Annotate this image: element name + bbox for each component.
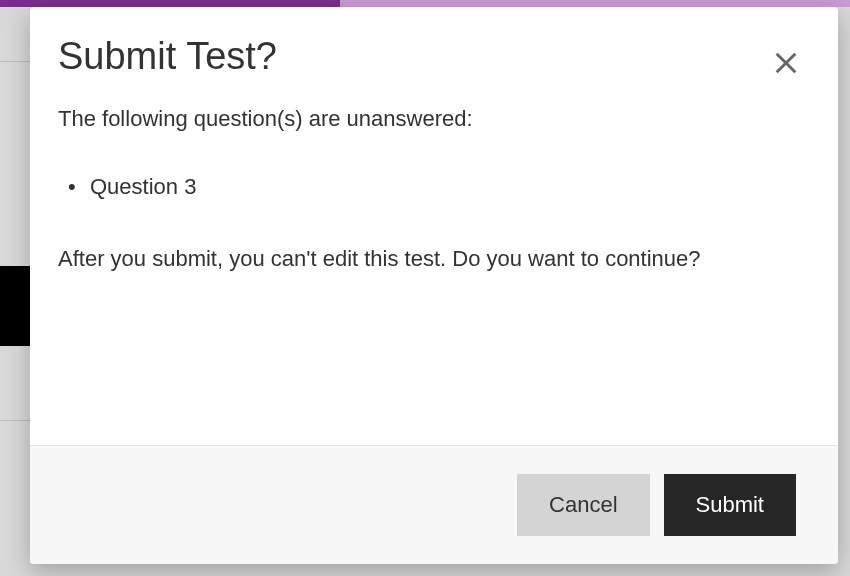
modal-body: Submit Test? The following question(s) a… — [30, 7, 838, 445]
submit-button[interactable]: Submit — [664, 474, 796, 536]
list-item: Question 3 — [72, 174, 810, 200]
cancel-button[interactable]: Cancel — [517, 474, 649, 536]
submit-test-modal: Submit Test? The following question(s) a… — [30, 7, 838, 564]
background-divider — [0, 420, 30, 421]
sidebar-fragment — [0, 266, 30, 346]
unanswered-heading: The following question(s) are unanswered… — [58, 106, 810, 132]
unanswered-list: Question 3 — [58, 174, 810, 200]
close-button[interactable] — [766, 43, 806, 83]
top-accent-bar — [0, 0, 850, 7]
close-icon — [772, 49, 800, 77]
modal-footer: Cancel Submit — [30, 445, 838, 564]
warning-text: After you submit, you can't edit this te… — [58, 240, 738, 279]
modal-title: Submit Test? — [58, 35, 810, 78]
background-divider — [0, 61, 30, 62]
